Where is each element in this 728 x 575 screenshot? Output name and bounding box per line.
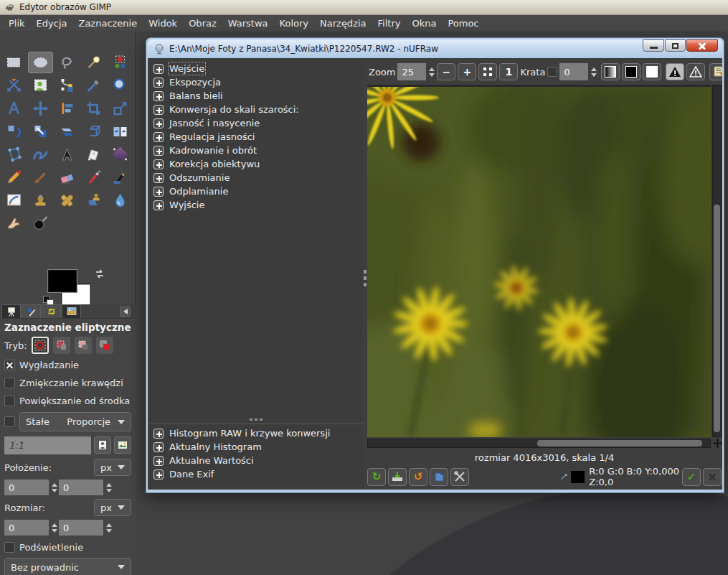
tool-eraser-icon[interactable]: [55, 167, 80, 188]
section-histogram-raw[interactable]: Histogram RAW i krzywe konwersji: [149, 426, 363, 440]
antialiasing-checkbox[interactable]: [4, 360, 15, 370]
file-button[interactable]: [430, 468, 448, 486]
expand-icon[interactable]: [153, 187, 164, 197]
fixed-combo[interactable]: Stałe Proporcje: [19, 412, 131, 431]
options-button[interactable]: [709, 63, 722, 80]
picker-pen-icon[interactable]: [559, 471, 569, 482]
section-korekcja[interactable]: Korekcja obiektywu: [149, 157, 363, 171]
guides-combo[interactable]: Bez prowadnic: [4, 558, 131, 575]
spinner-arrows-icon[interactable]: [591, 67, 597, 77]
menu-warstwa[interactable]: Warstwa: [222, 16, 274, 31]
tool-smudge-icon[interactable]: [1, 212, 27, 234]
zoom-spin[interactable]: 25: [397, 63, 435, 80]
save-button[interactable]: [388, 468, 407, 486]
tool-fuzzy-select-icon[interactable]: [81, 52, 106, 73]
section-wyjscie[interactable]: Wyjście: [149, 198, 363, 212]
expand-icon[interactable]: [153, 91, 164, 101]
close-button[interactable]: [686, 39, 718, 52]
bg-white-button[interactable]: [643, 63, 661, 80]
tool-clone-icon[interactable]: [28, 190, 53, 211]
tab-images[interactable]: [62, 304, 81, 318]
expand-icon[interactable]: [153, 456, 164, 466]
tool-perspective-icon[interactable]: [81, 121, 106, 142]
zoom-in-button[interactable]: +: [458, 63, 476, 80]
spinner-arrows-icon[interactable]: [106, 483, 112, 492]
tool-text-icon[interactable]: [55, 144, 80, 165]
dock-collapse-button[interactable]: [120, 307, 131, 317]
horizontal-scroll-thumb[interactable]: [537, 440, 702, 447]
pane-splitter-handle[interactable]: [149, 417, 363, 422]
expand-icon[interactable]: [153, 200, 164, 210]
bg-gradient-button[interactable]: [601, 63, 620, 80]
menu-kolory[interactable]: Kolory: [274, 16, 314, 31]
spinner-arrows-icon[interactable]: [52, 483, 57, 492]
tab-undo-history[interactable]: [42, 304, 61, 318]
menu-obraz[interactable]: Obraz: [183, 16, 222, 31]
section-konwersja[interactable]: Konwersja do skali szarości:: [149, 103, 363, 116]
tool-dodge-burn-icon[interactable]: [28, 212, 53, 234]
expand-icon[interactable]: [153, 118, 164, 128]
highlight-checkbox[interactable]: [4, 542, 15, 553]
expand-icon[interactable]: [153, 159, 164, 169]
tab-device-status[interactable]: [22, 304, 41, 318]
landscape-icon[interactable]: [114, 436, 131, 454]
tool-unified-transform-icon[interactable]: [108, 98, 133, 119]
tool-heal-icon[interactable]: [55, 190, 80, 211]
minimize-button[interactable]: [643, 39, 664, 52]
grid-checkbox[interactable]: [547, 67, 557, 77]
tool-free-select-icon[interactable]: [55, 52, 80, 73]
section-dane-exif[interactable]: Dane Exif: [149, 467, 363, 481]
menu-widok[interactable]: Widok: [143, 16, 183, 31]
expand-icon[interactable]: [153, 442, 164, 452]
section-wejscie[interactable]: Wejście: [149, 62, 363, 75]
menu-okna[interactable]: Okna: [406, 16, 442, 31]
tool-ellipse-select-icon[interactable]: [28, 52, 53, 73]
expand-icon[interactable]: [153, 173, 164, 183]
zoom-out-button[interactable]: −: [437, 63, 455, 80]
spinner-arrows-icon[interactable]: [106, 523, 112, 533]
tool-blur-sharpen-icon[interactable]: [108, 190, 133, 211]
expand-icon[interactable]: [153, 105, 164, 115]
section-kadrowanie[interactable]: Kadrowanie i obrót: [149, 144, 363, 157]
tool-measure-icon[interactable]: [1, 98, 27, 119]
tool-airbrush-icon[interactable]: [81, 167, 106, 188]
expand-icon[interactable]: [153, 132, 164, 142]
section-balans-bieli[interactable]: Balans bieli: [149, 89, 363, 103]
tool-rotate-icon[interactable]: [1, 121, 27, 142]
position-x-spin[interactable]: 0: [4, 480, 57, 495]
tool-flip-icon[interactable]: [108, 121, 133, 142]
refresh-button[interactable]: ↻: [367, 468, 386, 486]
tool-align-icon[interactable]: [55, 98, 80, 119]
image-preview[interactable]: [367, 85, 711, 437]
section-aktualny-histogram[interactable]: Aktualny Histogram: [149, 440, 363, 454]
vertical-scroll-thumb[interactable]: [714, 205, 720, 432]
size-unit-combo[interactable]: px: [94, 499, 131, 516]
tool-shear-icon[interactable]: [55, 121, 80, 142]
portrait-icon[interactable]: [94, 436, 111, 454]
maximize-button[interactable]: [665, 39, 686, 52]
tool-paths-icon[interactable]: [55, 75, 80, 96]
tool-warp-transform-icon[interactable]: [28, 144, 53, 165]
foreground-color-swatch[interactable]: [48, 270, 77, 292]
grid-spin[interactable]: 0: [559, 63, 597, 80]
ratio-entry[interactable]: 1:1: [4, 436, 91, 454]
tool-perspective-clone-icon[interactable]: [81, 190, 106, 211]
swap-colors-icon[interactable]: [95, 268, 105, 277]
pan-button[interactable]: [712, 439, 722, 448]
zoom-100-button[interactable]: 1: [499, 63, 518, 80]
zoom-fit-button[interactable]: [478, 63, 497, 80]
menu-narzedzia[interactable]: Narzędzia: [314, 16, 372, 31]
section-ekspozycja[interactable]: Ekspozycja: [149, 75, 363, 89]
size-h-spin[interactable]: 0: [59, 520, 112, 536]
tool-scale-icon[interactable]: [28, 121, 53, 142]
vertical-scrollbar[interactable]: [712, 85, 722, 437]
expand-icon[interactable]: [153, 429, 164, 439]
cancel-button[interactable]: [703, 468, 722, 486]
mode-add-button[interactable]: [53, 337, 70, 354]
tool-bucket-fill-icon[interactable]: [81, 144, 106, 165]
mode-subtract-button[interactable]: [75, 337, 92, 354]
tool-zoom-icon[interactable]: [108, 75, 133, 96]
ok-button[interactable]: ✓: [682, 468, 701, 486]
tool-ink-icon[interactable]: [108, 167, 133, 188]
shadow-clip-button[interactable]: [686, 63, 705, 80]
